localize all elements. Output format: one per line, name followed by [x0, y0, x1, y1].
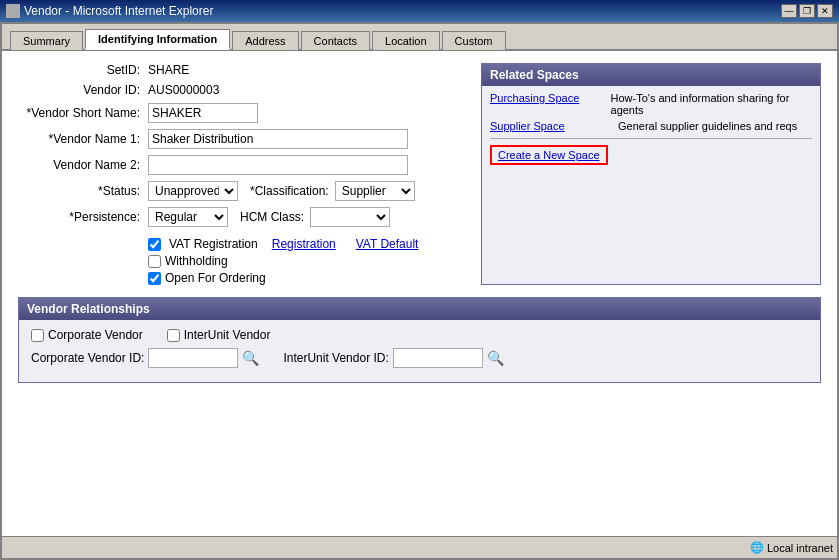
corporate-vendor-id-input[interactable]: [148, 348, 238, 368]
related-spaces-divider: [490, 138, 812, 139]
purchasing-space-desc: How-To's and information sharing for age…: [611, 92, 812, 116]
withholding-label: Withholding: [165, 254, 228, 268]
local-intranet-icon: 🌐: [750, 541, 764, 554]
corporate-vendor-id-label: Corporate Vendor ID:: [31, 351, 144, 365]
vendor-name1-row: *Vendor Name 1:: [18, 129, 465, 149]
supplier-space-desc: General supplier guidelines and reqs: [618, 120, 797, 132]
tab-bar: Summary Identifying Information Address …: [2, 24, 837, 51]
hcm-class-label: HCM Class:: [240, 210, 304, 224]
setid-label: SetID:: [18, 63, 148, 77]
vat-registration-checkbox[interactable]: [148, 238, 161, 251]
title-bar: Vendor - Microsoft Internet Explorer — ❐…: [0, 0, 839, 22]
vendor-short-name-input[interactable]: [148, 103, 258, 123]
main-layout: SetID: SHARE Vendor ID: AUS0000003 *Vend…: [18, 63, 821, 285]
tab-summary[interactable]: Summary: [10, 31, 83, 50]
vendor-id-value: AUS0000003: [148, 83, 219, 97]
tab-contacts[interactable]: Contacts: [301, 31, 370, 50]
persistence-hcm-row: *Persistence: Regular Permanent HCM Clas…: [18, 207, 465, 227]
restore-button[interactable]: ❐: [799, 4, 815, 18]
interunit-vendor-id-input[interactable]: [393, 348, 483, 368]
tab-address[interactable]: Address: [232, 31, 298, 50]
persistence-select[interactable]: Regular Permanent: [148, 207, 228, 227]
interunit-vendor-id-search-icon[interactable]: 🔍: [487, 350, 504, 366]
space-row-0: Purchasing Space How-To's and informatio…: [490, 92, 812, 116]
vendor-short-name-row: *Vendor Short Name:: [18, 103, 465, 123]
vendor-id-label: Vendor ID:: [18, 83, 148, 97]
purchasing-space-link[interactable]: Purchasing Space: [490, 92, 603, 104]
open-for-ordering-checkbox[interactable]: [148, 272, 161, 285]
setid-row: SetID: SHARE: [18, 63, 465, 77]
corporate-vendor-cell: Corporate Vendor: [31, 328, 143, 342]
tab-custom[interactable]: Custom: [442, 31, 506, 50]
open-for-ordering-row: Open For Ordering: [148, 271, 465, 285]
space-row-1: Supplier Space General supplier guidelin…: [490, 120, 812, 132]
vr-ids-row: Corporate Vendor ID: 🔍 InterUnit Vendor …: [31, 348, 808, 368]
interunit-vendor-id-cell: InterUnit Vendor ID: 🔍: [283, 348, 503, 368]
window-controls: — ❐ ✕: [781, 4, 833, 18]
status-select[interactable]: Unapproved Approved Inactive: [148, 181, 238, 201]
local-intranet: 🌐 Local intranet: [750, 541, 833, 554]
corporate-vendor-checkbox[interactable]: [31, 329, 44, 342]
minimize-button[interactable]: —: [781, 4, 797, 18]
local-intranet-label: Local intranet: [767, 542, 833, 554]
status-label: *Status:: [18, 184, 148, 198]
vendor-short-name-label: *Vendor Short Name:: [18, 106, 148, 120]
vr-checkboxes-row: Corporate Vendor InterUnit Vendor: [31, 328, 808, 342]
app-icon: [6, 4, 20, 18]
classification-label: *Classification:: [250, 184, 329, 198]
vat-registration-label: VAT Registration: [169, 237, 258, 251]
vendor-name1-label: *Vendor Name 1:: [18, 132, 148, 146]
persistence-label: *Persistence:: [18, 210, 148, 224]
vendor-relationships-header: Vendor Relationships: [19, 298, 820, 320]
tab-identifying-information[interactable]: Identifying Information: [85, 29, 230, 50]
setid-value: SHARE: [148, 63, 189, 77]
vendor-id-row: Vendor ID: AUS0000003: [18, 83, 465, 97]
vendor-relationships-body: Corporate Vendor InterUnit Vendor Corpor…: [19, 320, 820, 382]
vat-default-link[interactable]: VAT Default: [356, 237, 419, 251]
classification-select[interactable]: Supplier Employee Attorney: [335, 181, 415, 201]
vendor-name2-row: Vendor Name 2:: [18, 155, 465, 175]
withholding-row: Withholding: [148, 254, 465, 268]
corporate-vendor-id-cell: Corporate Vendor ID: 🔍: [31, 348, 259, 368]
vendor-name2-input[interactable]: [148, 155, 408, 175]
interunit-vendor-cell: InterUnit Vendor: [167, 328, 271, 342]
status-bar: 🌐 Local intranet: [2, 536, 837, 558]
interunit-vendor-checkbox[interactable]: [167, 329, 180, 342]
open-for-ordering-label: Open For Ordering: [165, 271, 266, 285]
corporate-vendor-label: Corporate Vendor: [48, 328, 143, 342]
close-button[interactable]: ✕: [817, 4, 833, 18]
corporate-vendor-id-search-icon[interactable]: 🔍: [242, 350, 259, 366]
checkboxes-area: VAT Registration Registration VAT Defaul…: [18, 237, 465, 285]
create-new-space-link[interactable]: Create a New Space: [490, 145, 608, 165]
related-spaces-body: Purchasing Space How-To's and informatio…: [482, 86, 820, 171]
related-spaces-header: Related Spaces: [482, 64, 820, 86]
vendor-name1-input[interactable]: [148, 129, 408, 149]
tab-location[interactable]: Location: [372, 31, 440, 50]
form-section: SetID: SHARE Vendor ID: AUS0000003 *Vend…: [18, 63, 465, 285]
interunit-vendor-id-label: InterUnit Vendor ID:: [283, 351, 388, 365]
main-window: Summary Identifying Information Address …: [0, 22, 839, 560]
hcm-class-select[interactable]: [310, 207, 390, 227]
interunit-vendor-label: InterUnit Vendor: [184, 328, 271, 342]
content-area: SetID: SHARE Vendor ID: AUS0000003 *Vend…: [2, 51, 837, 536]
vendor-relationships-section: Vendor Relationships Corporate Vendor In…: [18, 297, 821, 383]
status-classification-row: *Status: Unapproved Approved Inactive *C…: [18, 181, 465, 201]
supplier-space-link[interactable]: Supplier Space: [490, 120, 610, 132]
registration-link[interactable]: Registration: [272, 237, 336, 251]
vendor-name2-label: Vendor Name 2:: [18, 158, 148, 172]
window-title: Vendor - Microsoft Internet Explorer: [24, 4, 213, 18]
withholding-checkbox[interactable]: [148, 255, 161, 268]
vat-registration-row: VAT Registration Registration VAT Defaul…: [148, 237, 465, 251]
related-spaces-panel: Related Spaces Purchasing Space How-To's…: [481, 63, 821, 285]
